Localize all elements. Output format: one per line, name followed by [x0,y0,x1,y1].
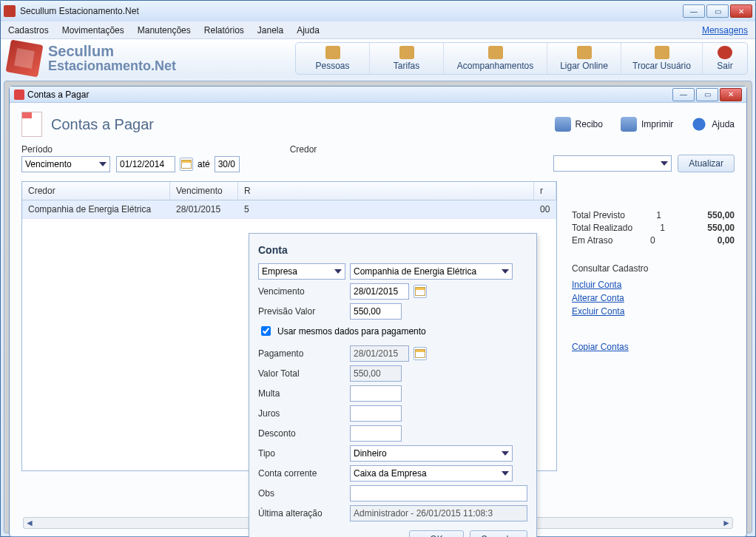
close-button[interactable]: ✕ [730,4,752,18]
menu-janela[interactable]: Janela [257,25,283,36]
conta-corrente-label: Conta corrente [258,468,345,479]
ok-button[interactable]: OK [409,530,464,537]
modal-title: Conta [258,244,527,256]
usar-mesmos-dados-label: Usar mesmos dados para pagamento [277,326,426,337]
date-from-input[interactable] [116,156,175,172]
ate-label: até [198,159,210,169]
menu-ajuda[interactable]: Ajuda [297,25,320,36]
toolbar-ligar-online[interactable]: Ligar Online [547,43,621,74]
help-icon [691,117,707,132]
usar-mesmos-dados-checkbox[interactable] [261,326,271,336]
maximize-button[interactable]: ▭ [706,4,729,18]
grid-header-r[interactable]: R [238,182,534,200]
ajuda-label: Ajuda [712,119,735,129]
credor-filter-select[interactable] [553,155,672,172]
toolbar-acomp-label: Acompanhamentos [457,61,533,71]
brand-line2: Estacionamento.Net [48,59,176,74]
conta-corrente-select[interactable]: Caixa da Empresa [350,465,513,482]
toolbar-sair[interactable]: Sair [703,43,747,74]
toolbar-sair-label: Sair [717,61,732,71]
alterar-conta-link[interactable]: Alterar Conta [572,293,735,303]
calendar-from-icon[interactable] [180,158,193,171]
inner-maximize-button[interactable]: ▭ [696,88,718,101]
credor-select[interactable]: Companhia de Energia Elétrica [350,263,513,280]
ultima-alteracao-input [350,505,527,521]
inner-minimize-button[interactable]: — [672,88,695,101]
previsao-valor-input[interactable] [350,303,402,320]
conta-modal: Conta Empresa Companhia de Energia Elétr… [249,233,537,537]
total-previsto-val: 550,00 [675,210,735,220]
total-realizado-count: 1 [643,223,665,233]
periodo-select[interactable]: Vencimento [21,156,110,172]
tipo-conta-select[interactable]: Empresa [258,263,345,280]
multa-label: Multa [258,388,345,399]
desconto-input[interactable] [350,425,402,442]
cancelar-button[interactable]: Cancelar [470,530,527,537]
obs-input[interactable] [350,485,527,501]
brand-line1: Secullum [48,43,176,59]
receipt-icon [555,117,571,132]
menu-cadastros[interactable]: Cadastros [8,25,49,36]
messages-link[interactable]: Mensagens [702,25,748,36]
excluir-conta-link[interactable]: Excluir Conta [572,306,735,317]
ajuda-button[interactable]: Ajuda [691,117,735,132]
exit-icon [718,46,732,59]
window-title: Secullum Estacionamento.Net [20,6,683,16]
juros-input[interactable] [350,405,402,422]
people-icon [325,46,340,59]
recibo-label: Recibo [576,119,603,129]
grid-header-vencimento[interactable]: Vencimento [170,182,238,200]
inner-window-title: Contas a Pagar [27,90,89,100]
incluir-conta-link[interactable]: Incluir Conta [572,280,735,290]
ultima-alteracao-label: Última alteração [258,508,345,519]
recibo-button[interactable]: Recibo [555,117,603,132]
menu-relatorios[interactable]: Relatórios [204,25,244,36]
page-icon [21,112,42,137]
calendar-pag-icon[interactable] [414,347,427,360]
toolbar-trocar-usuario[interactable]: Trocar Usuário [621,43,703,74]
imprimir-button[interactable]: Imprimir [621,117,673,132]
copiar-contas-link[interactable]: Copiar Contas [572,342,735,352]
valor-total-input [350,365,402,382]
cell-r: 5 [238,200,534,218]
vencimento-label: Vencimento [258,286,345,297]
grid-header-tail[interactable]: r [534,182,556,200]
inner-window-icon [14,90,24,100]
vencimento-input[interactable] [350,283,409,300]
tarifas-icon [399,46,414,59]
cell-vencimento: 28/01/2015 [170,200,238,218]
menu-manutencoes[interactable]: Manutenções [138,25,191,36]
cell-tail: 00 [534,200,556,218]
brand-text: Secullum Estacionamento.Net [48,43,176,74]
pagamento-input [350,345,409,362]
trocar-icon [655,46,669,59]
menu-movimentacoes[interactable]: Movimentações [62,25,124,36]
table-row[interactable]: Companhia de Energia Elétrica 28/01/2015… [22,200,556,219]
toolbar-pessoas-label: Pessoas [315,61,349,71]
toolbar-pessoas[interactable]: Pessoas [296,43,370,74]
scroll-right-arrow-icon[interactable]: ► [720,518,732,528]
scroll-left-arrow-icon[interactable]: ◄ [24,518,36,528]
date-to-input[interactable] [215,156,240,172]
toolbar-acompanhamentos[interactable]: Acompanhamentos [444,43,547,74]
multa-input[interactable] [350,385,402,402]
toolbar-ligar-label: Ligar Online [560,61,608,71]
imprimir-label: Imprimir [641,119,673,129]
grid-header-credor[interactable]: Credor [22,182,170,200]
inner-close-button[interactable]: ✕ [720,88,742,101]
tipo-label: Tipo [258,448,345,459]
acompanhamentos-icon [488,46,503,59]
toolbar-tarifas[interactable]: Tarifas [370,43,444,74]
calendar-venc-icon[interactable] [414,285,427,298]
obs-label: Obs [258,488,345,499]
toolbar-tarifas-label: Tarifas [394,61,419,71]
brand-logo-icon [6,40,44,78]
total-realizado-label: Total Realizado [572,223,632,233]
atualizar-button[interactable]: Atualizar [678,155,735,172]
minimize-button[interactable]: — [683,4,705,18]
juros-label: Juros [258,408,345,419]
total-previsto-count: 1 [639,210,661,220]
total-realizado-val: 550,00 [675,223,735,233]
tipo-select[interactable]: Dinheiro [350,445,513,462]
credor-filter-label: Credor [290,144,317,155]
